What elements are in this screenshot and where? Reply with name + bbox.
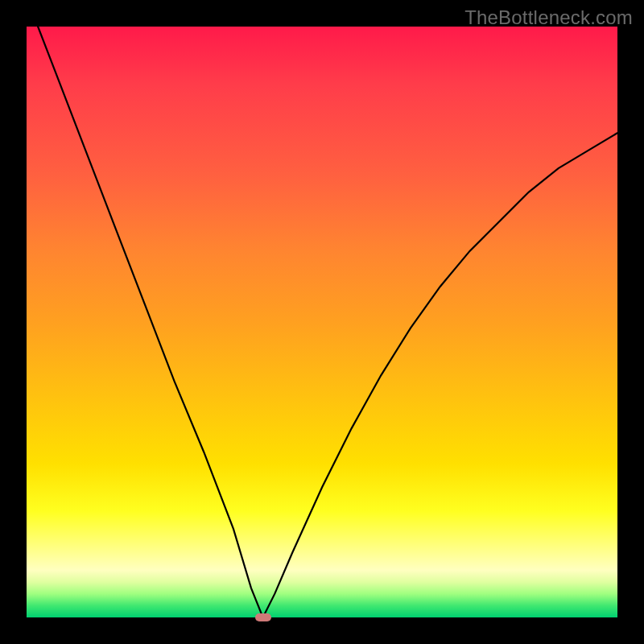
curve-layer [27,27,617,617]
minimum-marker [255,613,271,621]
chart-frame: TheBottleneck.com [0,0,644,644]
watermark-text: TheBottleneck.com [464,6,633,29]
bottleneck-curve [38,27,617,617]
plot-area [27,27,617,617]
